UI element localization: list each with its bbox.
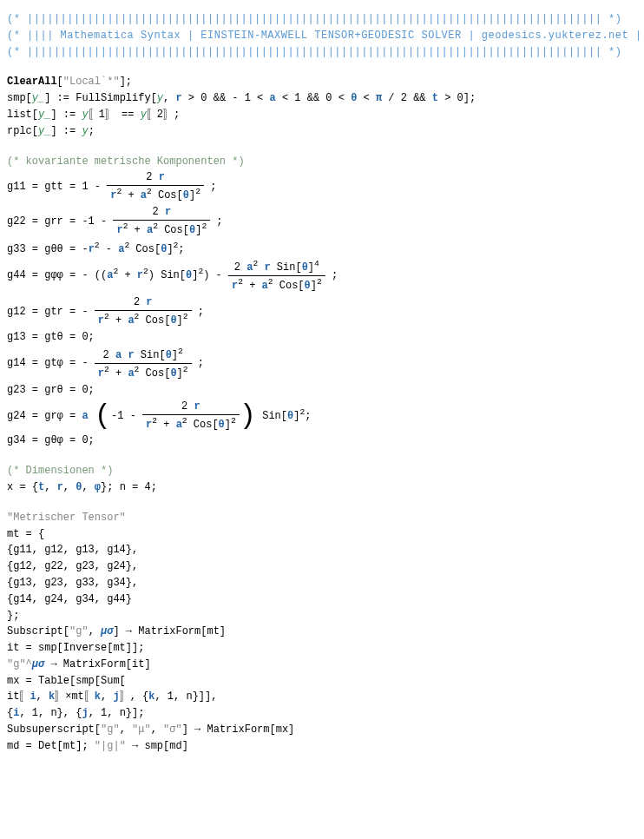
eq-g11: g11 = gtt = 1 - 2 r r2 + a2 Cos[θ]2 ; bbox=[7, 170, 637, 203]
eq-g24: g24 = grφ = a (-1 - 2 r r2 + a2 Cos[θ]2 … bbox=[7, 400, 637, 433]
code-subsup: Subsuperscript["g", "μ", "σ"] → MatrixFo… bbox=[7, 723, 637, 737]
eq-g44: g44 = gφφ = - ((a2 + r2) Sin[θ]2) - 2 a2… bbox=[7, 258, 637, 294]
code-mx2: it〚i, k〛×mt〚k, j〛, {k, 1, n}]], bbox=[7, 690, 637, 704]
code-mx1: mx = Table[smp[Sum[ bbox=[7, 674, 637, 689]
heading-tensor: "Metrischer Tensor" bbox=[7, 511, 637, 525]
mt-1: mt = { bbox=[7, 527, 637, 542]
banner-line-3: (* |||||||||||||||||||||||||||||||||||||… bbox=[7, 45, 637, 60]
banner-line-1: (* |||||||||||||||||||||||||||||||||||||… bbox=[7, 12, 637, 27]
code-it: it = smp[Inverse[mt]]; bbox=[7, 641, 637, 656]
code-md: md = Det[mt]; "|g|" → smp[md] bbox=[7, 739, 637, 754]
code-rplc: rplc[y_] := y; bbox=[7, 124, 637, 139]
code-gup: "g"^μσ → MatrixForm[it] bbox=[7, 657, 637, 672]
eq-g23: g23 = grθ = 0; bbox=[7, 383, 637, 398]
code-clearall: ClearAll["Local`*"]; bbox=[7, 75, 637, 89]
code-list: list[y_] := y〚1〛 == y〚2〛; bbox=[7, 108, 637, 122]
section-metric: (* kovariante metrische Komponenten *) bbox=[7, 155, 637, 169]
banner-line-2: (* |||| Mathematica Syntax | EINSTEIN-MA… bbox=[7, 29, 637, 43]
code-subscript: Subscript["g", μσ] → MatrixForm[mt] bbox=[7, 624, 637, 639]
mt-3: {g12, g22, g23, g24}, bbox=[7, 559, 637, 574]
eq-g14: g14 = gtφ = - 2 a r Sin[θ]2 r2 + a2 Cos[… bbox=[7, 346, 637, 381]
eq-g22: g22 = grr = -1 - 2 r r2 + a2 Cos[θ]2 ; bbox=[7, 205, 637, 238]
eq-g12: g12 = gtr = - 2 r r2 + a2 Cos[θ]2 ; bbox=[7, 295, 637, 328]
eq-g33: g33 = gθθ = -r2 - a2 Cos[θ]2; bbox=[7, 240, 637, 257]
mt-5: {g14, g24, g34, g44} bbox=[7, 592, 637, 607]
mt-2: {g11, g12, g13, g14}, bbox=[7, 543, 637, 558]
code-dims: x = {t, r, θ, φ}; n = 4; bbox=[7, 480, 637, 495]
mt-6: }; bbox=[7, 609, 637, 624]
mt-4: {g13, g23, g33, g34}, bbox=[7, 576, 637, 591]
code-smp: smp[y_] := FullSimplify[y, r > 0 && - 1 … bbox=[7, 91, 637, 106]
eq-g34: g34 = gθφ = 0; bbox=[7, 433, 637, 448]
code-mx3: {i, 1, n}, {j, 1, n}]; bbox=[7, 706, 637, 721]
eq-g13: g13 = gtθ = 0; bbox=[7, 330, 637, 345]
section-dims: (* Dimensionen *) bbox=[7, 464, 637, 479]
